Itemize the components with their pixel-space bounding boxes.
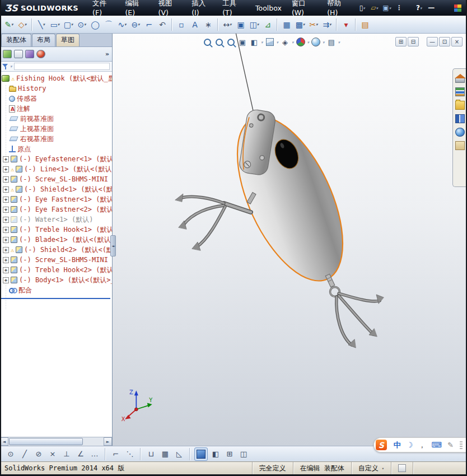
rollback-bar[interactable] [0,298,110,299]
help-icon[interactable]: ? [413,2,424,13]
custom-properties-icon[interactable] [455,141,465,150]
perimeter-circle-icon[interactable]: ◯ [88,17,102,32]
zoom-to-area-icon[interactable] [214,36,224,48]
propertymanager-icon[interactable] [14,50,23,58]
solidworks-resources-icon[interactable] [455,78,465,83]
zoom-to-selection-icon[interactable] [226,36,236,48]
status-custom-dropdown[interactable]: 自定义 [351,462,391,474]
fishing-lure-model[interactable] [113,34,467,446]
expand-icon[interactable] [3,207,9,213]
doc-close-icon[interactable]: × [451,37,463,46]
ime-tools-icon[interactable]: ✎ [447,441,454,449]
scroll-left-icon[interactable] [0,437,8,446]
tree-item-right-plane[interactable]: 右视基准面 [0,134,112,144]
customize-icon[interactable] [452,2,463,13]
spline-icon[interactable]: ∿ [115,17,129,32]
tree-item-treble-hook-1[interactable]: (-) Treble Hook<1> (默认< [0,225,112,235]
text-icon[interactable]: A [188,17,202,32]
featuremanager-tree-icon[interactable] [3,50,12,58]
bottom-treble-hook[interactable] [325,274,384,348]
ime-chinese-mode[interactable]: 中 [394,440,401,450]
snap-angle-icon[interactable]: ∠ [74,448,87,460]
snap-no-solve-icon[interactable]: ⊘ [32,448,45,460]
filter-input[interactable] [14,63,110,70]
menu-view[interactable]: 视图(V) [153,0,187,16]
tab-layout[interactable]: 布局 [32,34,55,46]
expand-panel-icon[interactable]: » [105,50,109,58]
expand-icon[interactable] [3,176,9,183]
straight-slot-icon[interactable]: ▢ [62,17,75,32]
tree-item-origin[interactable]: 原点 [0,144,112,154]
input-method-bar[interactable]: S 中 ☽ ， ⌨ ✎ [373,437,467,452]
menu-toolbox[interactable]: Toolbox [250,0,287,16]
snap-length-icon[interactable]: … [88,448,101,460]
displaymanager-icon[interactable] [36,50,45,58]
tree-item-annotations[interactable]: 注解 [0,104,112,114]
configurationmanager-icon[interactable] [25,50,34,58]
tree-item-line-1[interactable]: (-) Line<1> (默认<(默认 [0,164,112,174]
file-explorer-icon[interactable] [455,101,465,110]
lure-body[interactable] [216,101,365,296]
grid-snap-icon[interactable]: ⋱ [124,448,136,460]
expand-icon[interactable] [3,277,9,283]
tree-item-assembly-root[interactable]: Fishing Hook (默认<默认_显 [0,73,112,83]
expand-icon[interactable] [3,166,9,172]
tree-item-top-plane[interactable]: 上视基准面 [0,124,112,134]
display-relations-icon[interactable]: ⊿ [261,17,274,32]
expand-icon[interactable] [3,257,9,263]
tab-sketch[interactable]: 草图 [56,34,80,46]
tree-item-water-1[interactable]: (-) Water<1> (默认) [0,214,112,225]
tree-item-screw-1[interactable]: (-) Screw_SL-BHMS-MINI 0.0 [0,174,112,184]
minimize-app-icon[interactable]: — [426,2,437,13]
menu-tools[interactable]: 工具(T) [217,0,250,16]
view-palette-icon[interactable] [455,114,465,123]
sogou-logo[interactable]: S [376,440,387,450]
snap-perpendicular-icon[interactable]: ⊥ [60,448,73,460]
toolbar-more-icon[interactable]: ⋮ [394,2,405,13]
expand-icon[interactable] [3,186,9,193]
section-view-icon[interactable]: ◧ [209,448,222,460]
edit-appearance-icon[interactable] [296,36,306,48]
quick-snaps-icon[interactable]: ⌐ [110,448,122,460]
menu-edit[interactable]: 编辑(E) [120,0,153,16]
corner-rectangle-icon[interactable]: ▭ [48,17,62,32]
snap-point-icon[interactable]: ⊙ [4,448,17,460]
view-selector-icon[interactable] [237,36,247,48]
menu-help[interactable]: 帮助(H) [322,0,356,16]
circle-icon[interactable]: ⊙ [75,17,88,32]
color-display-icon[interactable]: ▤ [358,17,372,32]
tree-item-treble-hook-2[interactable]: (-) Treble Hook<2> (默认< [0,265,112,275]
save-icon[interactable]: ▣ [381,2,393,13]
doc-minimize-icon[interactable]: — [427,37,438,46]
panel-horizontal-scrollbar[interactable] [0,437,112,446]
view-orientation-icon[interactable] [265,36,275,48]
linear-pattern-icon[interactable]: ▩ [293,17,307,32]
tree-item-shield-2[interactable]: (-) Shield<2> (默认<(默 [0,245,112,255]
design-library-icon[interactable] [455,87,465,96]
ellipse-icon[interactable]: ⊖ [129,17,142,32]
tree-item-history[interactable]: History [0,83,112,94]
expand-icon[interactable] [3,247,9,253]
tree-item-screw-2[interactable]: (-) Screw_SL-BHMS-MINI 0.0 [0,255,112,265]
tab-assembly[interactable]: 装配体 [1,34,31,46]
ime-halfmoon-icon[interactable]: ☽ [407,441,413,449]
tree-item-shield-1[interactable]: (-) Shield<1> (默认<(默 [0,184,112,194]
open-document-icon[interactable]: ▱ [369,2,380,13]
scroll-right-icon[interactable] [104,437,112,446]
section-view-icon[interactable] [249,36,259,48]
undo-icon[interactable]: ↶ [156,17,169,32]
tree-item-eyefastener-1[interactable]: (-) Eyefastener<1> (默认< [0,154,112,164]
doc-tile-icon[interactable]: ⊟ [408,37,419,46]
single-viewport-icon[interactable]: ⊞ [223,448,236,460]
snap-line-icon[interactable]: ╱ [18,448,31,460]
graphics-viewport[interactable]: ⊞ ⊟ — ⊡ × Z Y X [113,34,467,446]
split-viewport-icon[interactable]: ◫ [237,448,250,460]
sketch-settings-icon[interactable]: ⊔ [145,448,157,460]
doc-cascade-icon[interactable]: ⊞ [395,37,407,46]
mirror-entities-icon[interactable]: ◫ [247,17,261,32]
tree-item-blade-1[interactable]: (-) Blade<1> (默认<(默认> [0,235,112,245]
sketch-fillet-icon[interactable]: ⌐ [142,17,156,32]
filter-funnel-icon[interactable] [2,63,8,69]
point-icon[interactable]: ∗ [202,17,215,32]
menu-file[interactable]: 文件(F) [87,0,120,16]
